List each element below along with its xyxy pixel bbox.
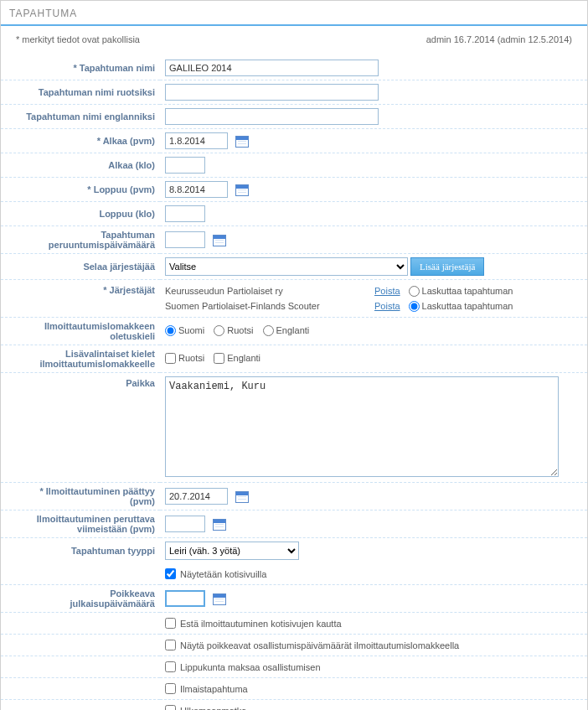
label-ends-time: Loppuu (klo): [1, 202, 160, 226]
calendar-icon[interactable]: [213, 593, 226, 605]
organizer-name: Keurusseudun Partiolaiset ry: [165, 283, 366, 298]
troop-pays-check[interactable]: [165, 661, 176, 672]
required-note: * merkityt tiedot ovat pakollisia: [16, 34, 140, 44]
extra-en-check[interactable]: Englanti: [214, 353, 260, 364]
label-cancel-date: Tapahtumanperuuntumispäivämäärä: [1, 226, 160, 254]
label-place: Paikka: [1, 373, 160, 483]
ends-time-input[interactable]: [165, 205, 205, 222]
event-type-select[interactable]: Leiri (väh. 3 yötä): [165, 542, 299, 560]
extra-sv-check[interactable]: Ruotsi: [165, 353, 204, 364]
reg-cancel-input[interactable]: [165, 516, 205, 532]
event-name-en-input[interactable]: [165, 108, 379, 125]
organizer-row: Keurusseudun Partiolaiset ry Poista Lask…: [165, 283, 582, 298]
label-ends-date: * Loppuu (pvm): [1, 178, 160, 202]
abroad-check[interactable]: [165, 705, 176, 710]
block-web-check[interactable]: [165, 618, 176, 629]
calendar-icon[interactable]: [213, 235, 226, 246]
event-name-input[interactable]: [165, 60, 379, 76]
publish-date-input[interactable]: [165, 590, 205, 607]
label-default-lang: Ilmoittautumislomakkeenoletuskieli: [1, 318, 160, 345]
label-starts-time: Alkaa (klo): [1, 153, 160, 178]
invoices-radio-label[interactable]: Laskuttaa tapahtuman: [409, 283, 513, 298]
label-orgs: * Järjestäjät: [1, 280, 160, 318]
add-organizer-button[interactable]: Lisää järjestäjä: [410, 257, 484, 276]
label-browse-org: Selaa järjestäjää: [1, 254, 160, 280]
label-type: Tapahtuman tyyppi: [1, 538, 160, 564]
delete-organizer-link[interactable]: Poista: [374, 298, 400, 314]
invoices-radio[interactable]: [409, 301, 420, 312]
label-extra-lang: Lisävalintaiset kieletilmoittautumisloma…: [1, 345, 160, 373]
label-name-en: Tapahtuman nimi englanniksi: [1, 105, 160, 129]
starts-time-input[interactable]: [165, 157, 205, 174]
lang-en-radio[interactable]: Englanti: [263, 325, 310, 336]
audit-text: admin 16.7.2014 (admin 12.5.2014): [426, 34, 572, 44]
label-name-sv: Tapahtuman nimi ruotsiksi: [1, 80, 160, 105]
form-table: * Tapahtuman nimi Tapahtuman nimi ruotsi…: [1, 56, 587, 710]
lang-fi-radio[interactable]: Suomi: [165, 325, 204, 336]
calendar-icon[interactable]: [235, 184, 249, 196]
ends-date-input[interactable]: [165, 181, 228, 198]
label-reg-ends: * Ilmoittautuminen päättyy(pvm): [1, 483, 160, 510]
show-on-site-label: Näytetään kotisivuilla: [180, 569, 266, 579]
invoices-radio[interactable]: [409, 286, 420, 297]
place-textarea[interactable]: [165, 376, 559, 477]
lang-sv-radio[interactable]: Ruotsi: [214, 325, 253, 336]
show-diff-check[interactable]: [165, 640, 176, 650]
free-event-check[interactable]: [165, 683, 176, 694]
label-name: * Tapahtuman nimi: [1, 56, 160, 80]
calendar-icon[interactable]: [213, 519, 226, 531]
event-panel: TAPAHTUMA * merkityt tiedot ovat pakolli…: [0, 0, 588, 710]
invoices-radio-label[interactable]: Laskuttaa tapahtuman: [409, 298, 513, 314]
organizer-name: Suomen Partiolaiset-Finlands Scouter: [165, 298, 366, 314]
calendar-icon[interactable]: [235, 136, 249, 148]
event-name-sv-input[interactable]: [165, 84, 379, 101]
label-reg-cancel: Ilmoittautuminen peruttavaviimeistään (p…: [1, 510, 160, 538]
label-starts-date: * Alkaa (pvm): [1, 129, 160, 153]
organizer-row: Suomen Partiolaiset-Finlands Scouter Poi…: [165, 298, 582, 314]
reg-ends-input[interactable]: [165, 488, 228, 505]
starts-date-input[interactable]: [165, 132, 228, 149]
panel-title: TAPAHTUMA: [1, 1, 587, 26]
organizer-select[interactable]: Valitse: [165, 257, 408, 276]
label-pub-date: Poikkeavajulkaisupäivämäärä: [1, 585, 160, 613]
delete-organizer-link[interactable]: Poista: [374, 283, 400, 298]
calendar-icon[interactable]: [235, 491, 249, 503]
cancel-date-input[interactable]: [165, 231, 205, 248]
show-on-site-check[interactable]: [165, 568, 176, 579]
